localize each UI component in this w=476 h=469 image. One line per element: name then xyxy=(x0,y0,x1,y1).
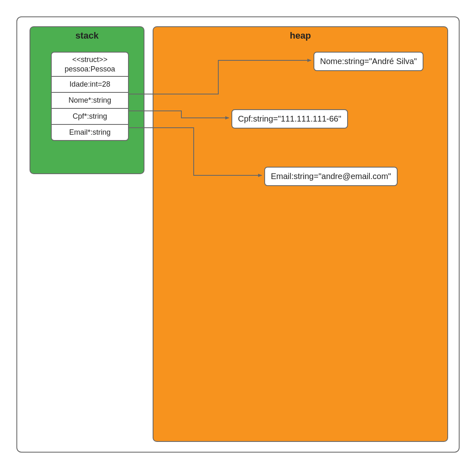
struct-header: <<struct>> pessoa:Pessoa xyxy=(52,53,128,76)
struct-field-nome: Nome*:string xyxy=(52,92,128,108)
diagram-canvas: stack <<struct>> pessoa:Pessoa Idade:int… xyxy=(0,0,476,469)
heap-object-nome: Nome:string="André Silva" xyxy=(314,52,423,71)
outer-container: stack <<struct>> pessoa:Pessoa Idade:int… xyxy=(16,16,460,453)
struct-stereotype: <<struct>> xyxy=(72,55,108,64)
heap-title: heap xyxy=(153,27,447,41)
stack-region: stack <<struct>> pessoa:Pessoa Idade:int… xyxy=(30,26,144,174)
stack-title: stack xyxy=(30,27,144,41)
heap-region: heap Nome:string="André Silva" Cpf:strin… xyxy=(153,26,448,442)
struct-name: pessoa:Pessoa xyxy=(64,65,115,73)
struct-field-cpf: Cpf*:string xyxy=(52,108,128,124)
struct-box: <<struct>> pessoa:Pessoa Idade:int=28 No… xyxy=(51,52,129,141)
heap-object-email: Email:string="andre@email.com" xyxy=(264,167,398,186)
struct-field-email: Email*:string xyxy=(52,124,128,140)
struct-field-idade: Idade:int=28 xyxy=(52,76,128,92)
heap-object-cpf: Cpf:string="111.111.111-66" xyxy=(231,109,348,129)
